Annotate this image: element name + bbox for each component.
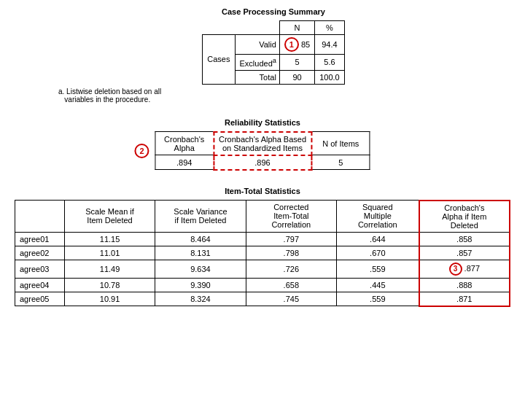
- circle-1-annotation: 1: [284, 37, 299, 52]
- table-row: agree01 11.15 8.464 .797 .644 .858: [15, 232, 510, 246]
- item-label-agree03: agree03: [15, 260, 65, 278]
- reliability-table: Cronbach'sAlpha Cronbach's Alpha Basedon…: [155, 131, 370, 171]
- var-agree03: 9.634: [155, 260, 246, 278]
- circle-2-annotation: 2: [134, 144, 149, 158]
- excluded-pct: 5.6: [315, 55, 345, 71]
- circle-3-annotation: 3: [449, 262, 462, 276]
- alpha-agree04: .888: [419, 278, 510, 292]
- mean-agree04: 10.78: [64, 278, 155, 292]
- alpha-agree05: .871: [419, 292, 510, 306]
- alpha-agree02: .857: [419, 246, 510, 260]
- corrected-corr-header: CorrectedItem-TotalCorrelation: [246, 201, 336, 233]
- reliability-title: Reliability Statistics: [15, 118, 510, 127]
- case-valid-row: Cases Valid 1 85 94.4: [203, 35, 344, 55]
- mean-agree02: 11.01: [64, 246, 155, 260]
- alpha-agree01: .858: [419, 232, 510, 246]
- var-agree05: 8.324: [155, 292, 246, 306]
- corr-agree02: .798: [246, 246, 336, 260]
- case-processing-table: N % Cases Valid 1 85 94.4 Excludeda 5 5.…: [202, 20, 344, 85]
- table-row: agree02 11.01 8.131 .798 .670 .857: [15, 246, 510, 260]
- sq-agree05: .559: [337, 292, 419, 306]
- sq-agree02: .670: [337, 246, 419, 260]
- corr-agree03: .726: [246, 260, 336, 278]
- valid-pct: 94.4: [315, 35, 345, 55]
- alpha-std-value: .896: [214, 155, 311, 170]
- alpha-agree03: 3 .877: [419, 260, 510, 278]
- item-label-agree02: agree02: [15, 246, 65, 260]
- item-label-agree05: agree05: [15, 292, 65, 306]
- sq-agree01: .644: [337, 232, 419, 246]
- item-total-title: Item-Total Statistics: [15, 187, 510, 195]
- item-header-blank: [15, 201, 65, 233]
- cronbach-alpha-item-header: Cronbach'sAlpha if ItemDeleted: [419, 201, 510, 233]
- excluded-n: 5: [279, 55, 314, 71]
- scale-variance-header: Scale Varianceif Item Deleted: [155, 201, 246, 233]
- col-n: N: [279, 21, 314, 35]
- sq-agree04: .445: [337, 278, 419, 292]
- table-row: agree03 11.49 9.634 .726 .559 3 .877: [15, 260, 510, 278]
- total-label: Total: [235, 70, 279, 84]
- squared-mult-header: SquaredMultipleCorrelation: [337, 201, 419, 233]
- table-row: agree04 10.78 9.390 .658 .445 .888: [15, 278, 510, 292]
- scale-mean-header: Scale Mean ifItem Deleted: [64, 201, 155, 233]
- total-pct: 100.0: [315, 70, 345, 84]
- mean-agree01: 11.15: [64, 232, 155, 246]
- valid-n: 1 85: [279, 35, 314, 55]
- var-agree04: 9.390: [155, 278, 246, 292]
- reliability-values-row: .894 .896 5: [155, 155, 370, 170]
- var-agree02: 8.131: [155, 246, 246, 260]
- col-pct: %: [315, 21, 345, 35]
- total-n: 90: [279, 70, 314, 84]
- case-processing-title: Case Processing Summary: [36, 7, 510, 16]
- mean-agree05: 10.91: [64, 292, 155, 306]
- valid-label: Valid: [235, 35, 279, 55]
- n-items-value: 5: [311, 155, 370, 170]
- corr-agree04: .658: [246, 278, 336, 292]
- corr-agree05: .745: [246, 292, 336, 306]
- cronbach-alpha-header: Cronbach'sAlpha: [155, 132, 214, 155]
- var-agree01: 8.464: [155, 232, 246, 246]
- n-items-header: N of Items: [311, 132, 370, 155]
- alpha-value: .894: [155, 155, 214, 170]
- item-total-table: Scale Mean ifItem Deleted Scale Variance…: [15, 200, 510, 307]
- excluded-label: Excludeda: [235, 55, 279, 71]
- corr-agree01: .797: [246, 232, 336, 246]
- table-row: agree05 10.91 8.324 .745 .559 .871: [15, 292, 510, 306]
- item-label-agree01: agree01: [15, 232, 65, 246]
- sq-agree03: .559: [337, 260, 419, 278]
- item-label-agree04: agree04: [15, 278, 65, 292]
- cases-label: Cases: [203, 35, 235, 85]
- mean-agree03: 11.49: [64, 260, 155, 278]
- item-total-header-row: Scale Mean ifItem Deleted Scale Variance…: [15, 201, 510, 233]
- cronbach-alpha-std-header: Cronbach's Alpha Basedon Standardized It…: [214, 132, 311, 155]
- case-footnote: a. Listwise deletion based on all variab…: [58, 88, 510, 104]
